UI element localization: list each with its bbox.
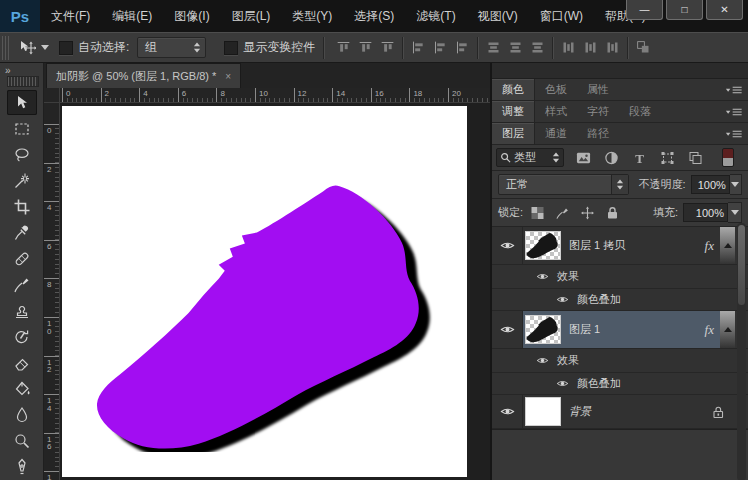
menu-item-1[interactable]: 编辑(E) [101,0,163,32]
auto-align-layers-button[interactable] [632,38,654,58]
panel-tab-色板[interactable]: 色板 [535,79,577,100]
lasso-tool[interactable] [7,142,37,167]
auto-select-checkbox[interactable] [59,41,73,55]
tool-preset-arrow-icon[interactable] [41,45,49,50]
layer-name[interactable]: 图层 1 拷贝 [569,238,705,253]
fill-dropdown-arrow-icon[interactable] [728,202,742,223]
menu-item-3[interactable]: 图层(L) [221,0,282,32]
paint-bucket-tool[interactable] [7,376,37,401]
pixel-layer-filter-icon[interactable] [574,150,592,166]
fx-badge[interactable]: fx [705,238,714,254]
panel-tab-路径[interactable]: 路径 [577,123,619,144]
show-transform-checkbox[interactable] [224,41,238,55]
panel-tab-字符[interactable]: 字符 [577,101,619,122]
fx-badge[interactable]: fx [705,322,714,338]
panel-tab-通道[interactable]: 通道 [535,123,577,144]
options-bar-grip[interactable] [2,36,11,60]
lock-all-button[interactable] [604,205,620,221]
panel-menu-icon[interactable] [725,101,748,122]
menu-item-8[interactable]: 窗口(W) [529,0,594,32]
lock-paint-button[interactable] [554,205,570,221]
panel-menu-icon[interactable] [725,79,748,100]
collapse-effects-icon[interactable] [720,311,735,348]
layer-thumbnail[interactable] [526,316,560,343]
maximize-button[interactable]: □ [666,0,703,20]
align-vertical-centers-button[interactable] [354,38,376,58]
eyedropper-tool[interactable] [7,220,37,245]
type-layer-filter-icon[interactable]: T [630,150,648,166]
adjustment-layer-filter-icon[interactable] [602,150,620,166]
visibility-eye-icon[interactable] [554,379,570,388]
layer-thumbnail[interactable] [526,232,560,259]
panel-menu-icon[interactable] [725,123,748,144]
align-bottom-edges-button[interactable] [376,38,398,58]
history-brush-tool[interactable] [7,324,37,349]
effect-row-颜色叠加[interactable]: 颜色叠加 [492,289,748,311]
visibility-eye-icon[interactable] [492,395,523,428]
minimize-button[interactable]: — [626,0,663,20]
eraser-tool[interactable] [7,350,37,375]
visibility-eye-icon[interactable] [492,311,523,348]
layer-row-body[interactable]: 图层 1 拷贝fx [523,227,735,264]
layer-filter-toggle[interactable] [722,148,734,167]
layer-row-图层 1 拷贝[interactable]: 图层 1 拷贝fx [492,227,748,265]
shape-layer-filter-icon[interactable] [658,150,676,166]
distribute-bottom-edges-button[interactable] [526,38,548,58]
align-left-edges-button[interactable] [407,38,429,58]
visibility-eye-icon[interactable] [554,295,570,304]
effect-row-颜色叠加[interactable]: 颜色叠加 [492,373,748,395]
layer-row-背景[interactable]: 背景 [492,395,748,429]
scrollbar-thumb[interactable] [738,225,745,305]
distribute-top-edges-button[interactable] [482,38,504,58]
clone-stamp-tool[interactable] [7,298,37,323]
layers-scrollbar[interactable] [737,223,746,480]
brush-tool[interactable] [7,272,37,297]
distribute-left-edges-button[interactable] [557,38,579,58]
menu-item-6[interactable]: 滤镜(T) [405,0,466,32]
rectangular-marquee-tool[interactable] [7,116,37,141]
menu-item-7[interactable]: 视图(V) [467,0,529,32]
document-tab[interactable]: 加阴影 @ 50% (图层 1, RGB/8) * × [46,63,241,88]
lock-position-button[interactable] [579,205,595,221]
layer-row-body[interactable]: 图层 1fx [523,311,735,348]
pen-tool[interactable] [7,454,37,479]
menu-item-0[interactable]: 文件(F) [40,0,101,32]
layer-name[interactable]: 背景 [569,404,712,419]
panel-tab-颜色[interactable]: 颜色 [492,79,535,100]
move-tool[interactable] [7,90,37,115]
layer-row-body[interactable]: 背景 [523,395,735,428]
magic-wand-tool[interactable] [7,168,37,193]
lock-transparency-button[interactable] [529,205,545,221]
spot-healing-brush-tool[interactable] [7,246,37,271]
opacity-value[interactable]: 100% [691,175,730,194]
panel-tab-样式[interactable]: 样式 [535,101,577,122]
effects-row[interactable]: 效果 [492,349,748,373]
layer-filter-type-dropdown[interactable]: 类型 [496,148,564,167]
visibility-eye-icon[interactable] [492,227,523,264]
panel-tab-图层[interactable]: 图层 [492,123,535,144]
blur-tool[interactable] [7,402,37,427]
align-right-edges-button[interactable] [451,38,473,58]
visibility-eye-icon[interactable] [534,356,550,365]
auto-select-dropdown[interactable]: 组 [137,37,206,58]
distribute-vertical-centers-button[interactable] [504,38,526,58]
align-horizontal-centers-button[interactable] [429,38,451,58]
smart-object-filter-icon[interactable] [686,150,704,166]
collapse-effects-icon[interactable] [720,227,735,264]
visibility-eye-icon[interactable] [534,272,550,281]
blend-mode-dropdown[interactable]: 正常 [498,174,629,195]
distribute-horizontal-centers-button[interactable] [579,38,601,58]
panel-tab-属性[interactable]: 属性 [577,79,619,100]
distribute-right-edges-button[interactable] [601,38,623,58]
align-top-edges-button[interactable] [332,38,354,58]
tool-panel-grip[interactable] [7,76,39,87]
crop-tool[interactable] [7,194,37,219]
close-button[interactable]: ✕ [706,0,743,20]
tab-close-icon[interactable]: × [225,71,231,82]
canvas[interactable] [62,106,467,477]
panel-tab-段落[interactable]: 段落 [619,101,661,122]
panel-tab-调整[interactable]: 调整 [492,101,535,122]
layer-thumbnail[interactable] [526,398,560,425]
layer-row-图层 1[interactable]: 图层 1fx [492,311,748,349]
menu-item-4[interactable]: 类型(Y) [281,0,343,32]
